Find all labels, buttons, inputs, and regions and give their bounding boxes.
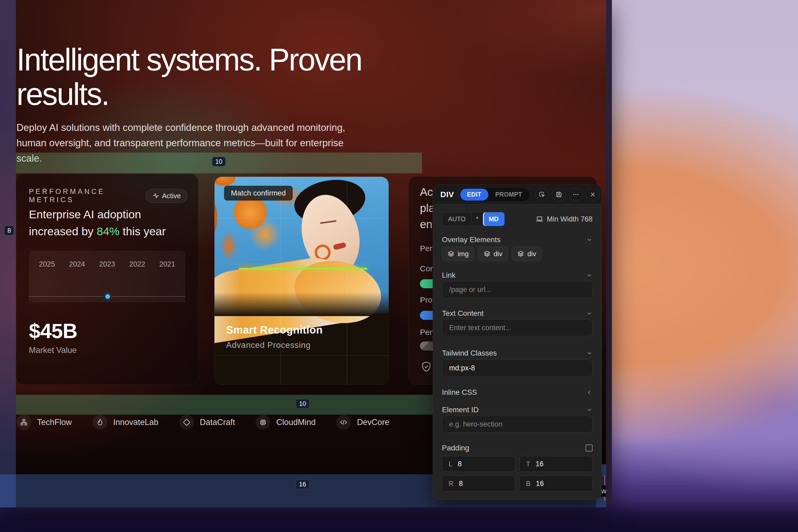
padding-side-label: L — [449, 460, 452, 468]
overlay-chip-div[interactable]: div — [478, 247, 508, 261]
logo-datacraft: DataCraft — [179, 415, 235, 430]
logo-label: TechFlow — [37, 418, 72, 427]
layers-icon — [484, 250, 490, 257]
overlay-elements-section-header[interactable]: Overlay Elements — [442, 235, 593, 244]
breakpoint-star[interactable]: * — [472, 212, 483, 226]
market-value-label: Market Value — [29, 345, 77, 355]
metrics-headline: Enterprise AI adoption increased by 84% … — [29, 206, 185, 240]
metrics-headline-suffix: this year — [119, 225, 166, 238]
padding-bottom-field[interactable]: B 16 — [519, 476, 593, 492]
shield-check-icon — [421, 361, 432, 373]
year-option[interactable]: 2021 — [159, 260, 175, 268]
logo-cloudmind: CloudMind — [256, 415, 315, 430]
flame-icon — [93, 415, 107, 430]
overlay-chip-img[interactable]: img — [442, 247, 474, 261]
tailwind-classes-input[interactable] — [442, 360, 593, 377]
padding-value: 8 — [458, 460, 462, 468]
element-inspector-panel: DIV EDIT PROMPT — [433, 185, 602, 500]
tailwind-section-header[interactable]: Tailwind Classes — [442, 349, 593, 357]
sitemap-icon — [16, 415, 31, 430]
text-content-label: Text Content — [442, 309, 484, 318]
left-padding-overlay — [0, 0, 16, 507]
logo-label: InnovateLab — [113, 418, 159, 427]
bottom-padding-badge: 16 — [296, 479, 310, 489]
year-slider-handle[interactable] — [103, 292, 112, 301]
pulse-icon — [152, 192, 159, 199]
browser-window: Intelligent systems. Proven results. Dep… — [0, 0, 612, 507]
gap-top-badge: 10 — [212, 157, 226, 166]
tailwind-classes-label: Tailwind Classes — [442, 349, 497, 357]
recognition-card-title: Smart Recognition — [226, 324, 323, 336]
recognition-card-subtitle: Advanced Processing — [226, 340, 311, 350]
padding-top-field[interactable]: T 16 — [519, 456, 593, 472]
overlay-elements-label: Overlay Elements — [442, 235, 501, 244]
overlay-chip-label: img — [458, 250, 469, 258]
breakpoint-selector: AUTO * MD — [442, 212, 504, 226]
layers-icon — [447, 250, 454, 257]
code-icon — [336, 415, 351, 430]
partial-row-label: Cor — [420, 264, 433, 273]
layers-icon — [517, 250, 524, 257]
year-option[interactable]: 2022 — [129, 260, 145, 268]
logo-label: DevCore — [357, 418, 389, 427]
logo-devcore: DevCore — [336, 415, 389, 430]
diamond-icon — [179, 415, 194, 430]
cursor-select-icon — [538, 191, 545, 198]
active-status-label: Active — [162, 192, 181, 200]
padding-grid: L 8 T 16 R 8 B 16 — [442, 456, 593, 492]
breakpoint-md[interactable]: MD — [483, 212, 504, 226]
breakpoint-auto[interactable]: AUTO — [442, 212, 472, 226]
laptop-icon — [536, 215, 543, 223]
padding-side-label: R — [449, 479, 453, 488]
tab-prompt[interactable]: PROMPT — [488, 189, 529, 201]
market-value-number: $45B — [29, 319, 77, 343]
min-width-label: Min Width 768 — [547, 215, 593, 223]
padding-left-field[interactable]: L 8 — [442, 456, 515, 472]
year-option[interactable]: 2023 — [99, 260, 115, 268]
selected-element-tag: DIV — [440, 190, 454, 199]
page-gutter — [606, 0, 612, 507]
text-content-input[interactable] — [442, 319, 593, 336]
close-panel-button[interactable] — [586, 188, 600, 201]
smart-recognition-card[interactable]: Match confirmed Smart Recognition Advanc… — [214, 176, 389, 385]
year-option[interactable]: 2024 — [69, 260, 85, 268]
padding-side-label: T — [526, 460, 530, 468]
year-option[interactable]: 2025 — [39, 260, 55, 268]
photo-fade — [215, 292, 389, 316]
padding-value: 16 — [536, 479, 544, 488]
logo-label: CloudMind — [276, 418, 315, 427]
tab-edit[interactable]: EDIT — [460, 189, 488, 201]
link-section-header[interactable]: Link — [442, 271, 593, 280]
active-status-badge: Active — [146, 189, 187, 203]
chevron-left-icon — [586, 389, 593, 396]
performance-metrics-card[interactable]: PERFORMANCE METRICS Active Enterprise AI… — [16, 173, 198, 385]
more-options-button[interactable] — [569, 188, 583, 201]
padding-section-header: Padding — [442, 444, 593, 452]
save-button[interactable] — [552, 188, 566, 201]
min-width-indicator: Min Width 768 — [536, 215, 593, 223]
hero-title: Intelligent systems. Proven results. — [16, 43, 457, 112]
chevron-down-icon — [586, 407, 593, 413]
chevron-down-icon — [586, 272, 593, 279]
ellipsis-icon — [572, 191, 579, 198]
logo-techflow: TechFlow — [16, 415, 72, 430]
element-id-section-header[interactable]: Element ID — [442, 406, 593, 414]
inline-css-label: Inline CSS — [442, 388, 477, 397]
overlay-chip-label: div — [494, 250, 502, 258]
left-padding-badge: 8 — [4, 226, 14, 235]
element-id-label: Element ID — [442, 406, 479, 414]
logo-innovatelab: InnovateLab — [93, 415, 159, 430]
logo-label: DataCraft — [200, 418, 235, 427]
element-id-input[interactable] — [442, 416, 593, 433]
padding-right-field[interactable]: R 8 — [442, 476, 515, 492]
chevron-down-icon — [586, 350, 593, 356]
padding-link-toggle-icon[interactable] — [586, 444, 593, 452]
text-content-section-header[interactable]: Text Content — [442, 309, 593, 318]
overlay-chip-div[interactable]: div — [512, 247, 542, 261]
chevron-down-icon — [586, 310, 593, 317]
inline-css-section-header[interactable]: Inline CSS — [442, 388, 593, 397]
link-input[interactable] — [442, 281, 593, 298]
partial-row-label: Pen — [420, 328, 434, 337]
select-element-button[interactable] — [535, 188, 549, 201]
recognition-grid-overlay — [215, 177, 389, 384]
